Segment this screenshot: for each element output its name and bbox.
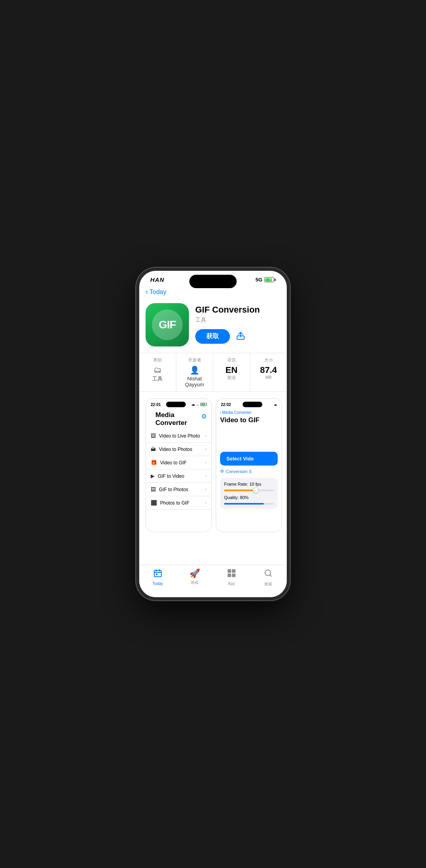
- ss-menu-label-4: GIF to Photos: [159, 487, 188, 492]
- frame-rate-thumb[interactable]: [253, 488, 258, 493]
- frame-rate-section: Frame Rate: 10 fps Quality: 80%: [220, 478, 278, 509]
- tab-games[interactable]: 🚀 游戏: [176, 568, 213, 585]
- signal-dots: …: [196, 403, 199, 406]
- ss-menu-item-2[interactable]: 🎁 Video to GIF ›: [146, 456, 211, 469]
- chevron-left-icon: ‹: [146, 288, 148, 296]
- share-button[interactable]: [236, 331, 245, 343]
- meta-language-sub: 英语: [215, 375, 248, 381]
- tab-bar: Today 🚀 游戏 App: [139, 565, 287, 597]
- ss-right-back[interactable]: ‹ Media Converter: [216, 409, 282, 416]
- frame-rate-fill: [224, 490, 254, 491]
- ss-right-status-right: ☁: [274, 403, 277, 406]
- gif-photos-icon: 🖼: [151, 486, 156, 492]
- tab-search[interactable]: 搜索: [250, 568, 287, 587]
- wifi-icon: ☁: [191, 402, 195, 406]
- meta-language-value: EN: [215, 365, 248, 375]
- chevron-right-4: ›: [206, 487, 207, 492]
- back-label: Today: [149, 289, 166, 296]
- live-photo-icon: 🖼: [151, 433, 156, 439]
- meta-category-label: 类别: [141, 357, 174, 363]
- ss-menu-item-1[interactable]: 🏔 Video to Photos ›: [146, 443, 211, 456]
- select-video-label: Select Vide: [226, 456, 254, 462]
- meta-size-value: 87.4: [252, 365, 285, 375]
- frame-rate-slider[interactable]: [224, 490, 274, 491]
- svg-rect-2: [156, 574, 157, 575]
- chevron-right-2: ›: [206, 460, 207, 465]
- ss-menu-left-3: ▶ GIF to Video: [151, 473, 184, 479]
- app-icon-circle: GIF: [152, 309, 183, 340]
- meta-language-label: 语言: [215, 357, 248, 363]
- gif-video-icon: ▶: [151, 473, 155, 479]
- status-right: 5G ⚡: [256, 277, 276, 283]
- app-name: GIF Conversion: [195, 305, 280, 315]
- app-icon: GIF: [146, 303, 189, 346]
- dynamic-island: [189, 275, 237, 288]
- chevron-right-5: ›: [206, 501, 207, 505]
- get-button[interactable]: 获取: [195, 329, 230, 344]
- svg-rect-5: [228, 574, 231, 577]
- apps-tab-icon: [227, 568, 236, 580]
- tab-apps[interactable]: App: [213, 568, 250, 586]
- ss-menu-item-0[interactable]: 🖼 Video to Live Photo ›: [146, 429, 211, 443]
- conversion-settings[interactable]: ⚙ Conversion S: [216, 469, 282, 478]
- app-category: 工具: [195, 317, 280, 324]
- tab-apps-label: App: [228, 581, 235, 586]
- ss-right-title: Video to GIF: [216, 416, 282, 428]
- ss-menu-item-3[interactable]: ▶ GIF to Video ›: [146, 469, 211, 483]
- ss-menu-label-1: Video to Photos: [159, 447, 192, 452]
- ss-left-status: 22:01 ☁ …: [146, 399, 211, 409]
- app-header: GIF GIF Conversion 工具 获取: [139, 299, 287, 353]
- ss-menu-left-4: 🖼 GIF to Photos: [151, 486, 188, 492]
- app-actions: 获取: [195, 329, 280, 344]
- conversion-label: Conversion S: [226, 469, 252, 474]
- status-bar: HAN 5G ⚡: [139, 271, 287, 286]
- person-icon: 👤: [178, 365, 211, 375]
- screenshot-right: 22:02 ☁ ‹ Media Converter Video to GIF S…: [216, 398, 282, 532]
- carrier-label: HAN: [150, 276, 164, 283]
- ss-left-header: Media Converter ⚙: [146, 409, 211, 429]
- select-video-button[interactable]: Select Vide: [220, 452, 278, 466]
- video-gif-icon: 🎁: [151, 460, 157, 466]
- ss-menu-list: 🖼 Video to Live Photo › 🏔 Video to Photo…: [146, 429, 211, 510]
- chevron-right-0: ›: [206, 434, 207, 438]
- meta-developer-label: 开发者: [178, 357, 211, 363]
- ss-right-time: 22:02: [221, 402, 231, 407]
- quality-fill: [224, 503, 264, 505]
- ss-menu-left-5: ⬛ Photos to GIF: [151, 500, 189, 506]
- quality-label: Quality: 80%: [224, 495, 274, 500]
- meta-size-unit: MB: [252, 375, 285, 380]
- quality-slider[interactable]: [224, 503, 274, 505]
- battery-icon: ⚡: [264, 277, 276, 282]
- ss-right-back-label: Media Converter: [222, 410, 251, 415]
- phone-frame: HAN 5G ⚡ ‹ Today GIF GIF Conversion 工具: [136, 268, 290, 600]
- ss-menu-left-0: 🖼 Video to Live Photo: [151, 433, 200, 439]
- app-info: GIF Conversion 工具 获取: [195, 303, 280, 344]
- gear-small-icon: ⚙: [220, 469, 224, 474]
- settings-icon: ⚙: [201, 409, 207, 420]
- today-tab-icon: [153, 568, 163, 580]
- signal-label: 5G: [256, 277, 262, 283]
- tab-games-label: 游戏: [191, 580, 198, 585]
- svg-rect-1: [154, 570, 161, 577]
- ss-menu-label-5: Photos to GIF: [160, 500, 189, 506]
- meta-size: 大小 87.4 MB: [250, 353, 287, 391]
- ss-left-title: Media Converter: [151, 409, 201, 429]
- meta-developer: 开发者 👤 Nishat Qayyum: [176, 353, 213, 391]
- meta-language: 语言 EN 英语: [213, 353, 250, 391]
- ss-right-back-chevron: ‹: [220, 410, 221, 415]
- svg-rect-6: [232, 574, 235, 577]
- ss-left-status-right: ☁ …: [191, 402, 207, 406]
- ss-menu-left-2: 🎁 Video to GIF: [151, 460, 187, 466]
- meta-size-label: 大小: [252, 357, 285, 363]
- svg-rect-3: [228, 569, 231, 573]
- photos-icon: 🏔: [151, 446, 156, 452]
- battery-tip: [275, 279, 276, 281]
- tab-search-label: 搜索: [264, 581, 272, 587]
- ss-menu-item-4[interactable]: 🖼 GIF to Photos ›: [146, 483, 211, 496]
- ss-menu-item-5[interactable]: ⬛ Photos to GIF ›: [146, 496, 211, 510]
- ss-left-island: [166, 402, 186, 407]
- svg-rect-4: [232, 569, 235, 573]
- ss-menu-left-1: 🏔 Video to Photos: [151, 446, 192, 452]
- ss-menu-label-3: GIF to Video: [158, 473, 184, 479]
- tab-today[interactable]: Today: [139, 568, 176, 586]
